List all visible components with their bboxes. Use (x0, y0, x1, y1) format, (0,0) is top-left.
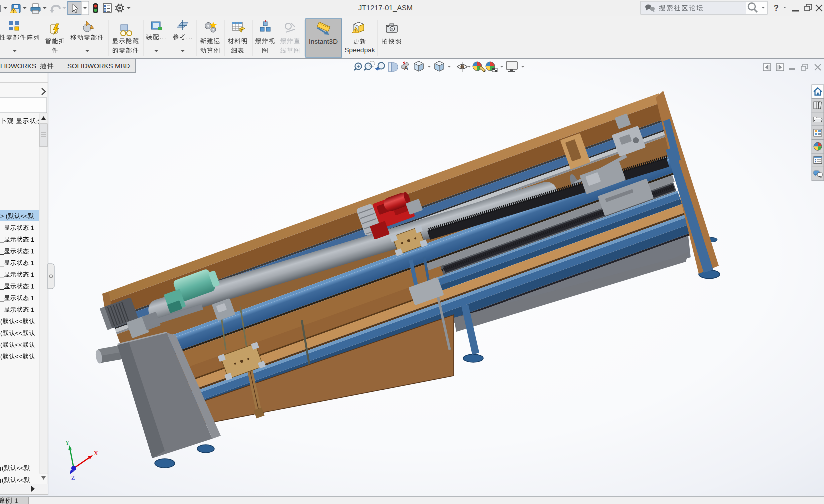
svg-text:X: X (94, 450, 98, 457)
svg-text:Speedpak: Speedpak (345, 46, 376, 54)
svg-text:SOLIDWORKS MBD: SOLIDWORKS MBD (68, 62, 130, 70)
svg-text:Z: Z (72, 474, 75, 481)
svg-text:Instant3D: Instant3D (309, 38, 338, 45)
svg-text:?: ? (774, 4, 779, 12)
svg-text:A: A (404, 64, 409, 72)
svg-text:LIDWORKS: LIDWORKS (0, 62, 36, 70)
svg-text:JT1217-01_ASM: JT1217-01_ASM (358, 4, 413, 12)
svg-text:Y: Y (66, 439, 70, 446)
